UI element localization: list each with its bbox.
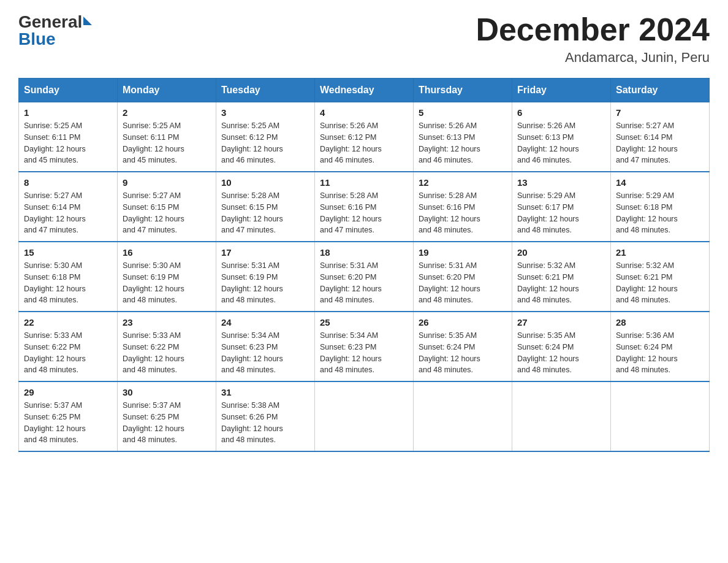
- daylight-label: Daylight: 12 hours: [221, 285, 283, 293]
- daylight-minutes: and 48 minutes.: [221, 296, 276, 304]
- sunrise-label: Sunrise: 5:26 AM: [517, 121, 575, 130]
- daylight-minutes: and 48 minutes.: [616, 366, 670, 374]
- daylight-label: Daylight: 12 hours: [123, 145, 184, 153]
- table-row: 4 Sunrise: 5:26 AM Sunset: 6:12 PM Dayli…: [315, 102, 414, 172]
- daylight-label: Daylight: 12 hours: [616, 215, 678, 223]
- col-thursday: Thursday: [414, 79, 512, 102]
- day-info: Sunrise: 5:25 AM Sunset: 6:11 PM Dayligh…: [123, 120, 211, 166]
- day-number: 26: [419, 317, 507, 327]
- sunrise-label: Sunrise: 5:34 AM: [221, 331, 279, 340]
- day-info: Sunrise: 5:25 AM Sunset: 6:12 PM Dayligh…: [221, 120, 309, 166]
- sunset-label: Sunset: 6:24 PM: [517, 343, 574, 351]
- sunrise-label: Sunrise: 5:26 AM: [419, 121, 477, 130]
- day-number: 3: [221, 107, 309, 118]
- col-sunday: Sunday: [19, 79, 118, 102]
- day-number: 27: [517, 317, 605, 327]
- day-info: Sunrise: 5:35 AM Sunset: 6:24 PM Dayligh…: [419, 330, 507, 376]
- day-number: 5: [419, 107, 507, 118]
- day-number: 15: [24, 247, 112, 258]
- calendar-week-1: 1 Sunrise: 5:25 AM Sunset: 6:11 PM Dayli…: [19, 102, 710, 172]
- daylight-label: Daylight: 12 hours: [320, 354, 382, 363]
- sunset-label: Sunset: 6:21 PM: [517, 273, 574, 282]
- daylight-label: Daylight: 12 hours: [320, 215, 382, 223]
- calendar-body: 1 Sunrise: 5:25 AM Sunset: 6:11 PM Dayli…: [19, 102, 710, 452]
- day-number: 2: [123, 107, 211, 118]
- sunrise-label: Sunrise: 5:36 AM: [616, 331, 674, 340]
- table-row: 5 Sunrise: 5:26 AM Sunset: 6:13 PM Dayli…: [414, 102, 512, 172]
- sunset-label: Sunset: 6:16 PM: [320, 203, 376, 212]
- table-row: 18 Sunrise: 5:31 AM Sunset: 6:20 PM Dayl…: [315, 242, 414, 312]
- daylight-minutes: and 46 minutes.: [320, 156, 374, 164]
- daylight-minutes: and 47 minutes.: [320, 226, 374, 234]
- daylight-minutes: and 46 minutes.: [221, 156, 276, 164]
- day-number: 31: [221, 387, 309, 397]
- sunset-label: Sunset: 6:12 PM: [320, 133, 376, 142]
- daylight-label: Daylight: 12 hours: [123, 215, 184, 223]
- daylight-label: Daylight: 12 hours: [221, 215, 283, 223]
- day-number: 8: [24, 177, 112, 188]
- daylight-label: Daylight: 12 hours: [517, 285, 579, 293]
- day-info: Sunrise: 5:26 AM Sunset: 6:12 PM Dayligh…: [320, 120, 408, 166]
- sunset-label: Sunset: 6:18 PM: [616, 203, 672, 212]
- sunrise-label: Sunrise: 5:38 AM: [221, 401, 279, 410]
- table-row: 28 Sunrise: 5:36 AM Sunset: 6:24 PM Dayl…: [611, 312, 710, 381]
- day-info: Sunrise: 5:31 AM Sunset: 6:20 PM Dayligh…: [419, 260, 507, 306]
- sunrise-label: Sunrise: 5:37 AM: [123, 401, 181, 410]
- sunrise-label: Sunrise: 5:35 AM: [419, 331, 477, 340]
- calendar-week-4: 22 Sunrise: 5:33 AM Sunset: 6:22 PM Dayl…: [19, 312, 710, 381]
- daylight-label: Daylight: 12 hours: [24, 424, 86, 433]
- sunset-label: Sunset: 6:11 PM: [24, 133, 80, 142]
- sunset-label: Sunset: 6:19 PM: [123, 273, 179, 282]
- day-number: 7: [616, 107, 704, 118]
- sunset-label: Sunset: 6:11 PM: [123, 133, 179, 142]
- daylight-minutes: and 45 minutes.: [123, 156, 177, 164]
- sunrise-label: Sunrise: 5:25 AM: [123, 121, 181, 130]
- table-row: 22 Sunrise: 5:33 AM Sunset: 6:22 PM Dayl…: [19, 312, 118, 381]
- day-number: 25: [320, 317, 408, 327]
- col-saturday: Saturday: [611, 79, 710, 102]
- daylight-label: Daylight: 12 hours: [123, 285, 184, 293]
- table-row: 30 Sunrise: 5:37 AM Sunset: 6:25 PM Dayl…: [118, 381, 216, 451]
- daylight-label: Daylight: 12 hours: [616, 285, 678, 293]
- logo: General Blue: [18, 12, 92, 49]
- logo-blue-text: Blue: [18, 29, 56, 49]
- table-row: [512, 381, 611, 451]
- title-area: December 2024 Andamarca, Junin, Peru: [476, 12, 710, 66]
- day-number: 23: [123, 317, 211, 327]
- sunrise-label: Sunrise: 5:31 AM: [419, 261, 477, 270]
- day-info: Sunrise: 5:31 AM Sunset: 6:19 PM Dayligh…: [221, 260, 309, 306]
- sunset-label: Sunset: 6:13 PM: [517, 133, 574, 142]
- daylight-label: Daylight: 12 hours: [517, 354, 579, 363]
- daylight-minutes: and 48 minutes.: [616, 296, 670, 304]
- location-title: Andamarca, Junin, Peru: [476, 50, 710, 66]
- daylight-label: Daylight: 12 hours: [24, 215, 86, 223]
- sunrise-label: Sunrise: 5:30 AM: [24, 261, 82, 270]
- daylight-label: Daylight: 12 hours: [419, 285, 480, 293]
- day-number: 11: [320, 177, 408, 188]
- sunset-label: Sunset: 6:25 PM: [123, 413, 179, 421]
- sunrise-label: Sunrise: 5:32 AM: [616, 261, 674, 270]
- daylight-label: Daylight: 12 hours: [123, 424, 184, 433]
- day-info: Sunrise: 5:28 AM Sunset: 6:16 PM Dayligh…: [419, 190, 507, 236]
- sunrise-label: Sunrise: 5:30 AM: [123, 261, 181, 270]
- day-number: 28: [616, 317, 704, 327]
- sunset-label: Sunset: 6:15 PM: [221, 203, 278, 212]
- sunset-label: Sunset: 6:24 PM: [616, 343, 672, 351]
- day-number: 1: [24, 107, 112, 118]
- daylight-minutes: and 48 minutes.: [517, 226, 572, 234]
- sunset-label: Sunset: 6:22 PM: [24, 343, 80, 351]
- table-row: [414, 381, 512, 451]
- sunrise-label: Sunrise: 5:28 AM: [320, 191, 378, 200]
- day-info: Sunrise: 5:32 AM Sunset: 6:21 PM Dayligh…: [616, 260, 704, 306]
- daylight-label: Daylight: 12 hours: [320, 285, 382, 293]
- daylight-minutes: and 47 minutes.: [24, 226, 78, 234]
- table-row: [611, 381, 710, 451]
- day-number: 16: [123, 247, 211, 258]
- page-header: General Blue December 2024 Andamarca, Ju…: [18, 12, 710, 66]
- sunrise-label: Sunrise: 5:34 AM: [320, 331, 378, 340]
- day-info: Sunrise: 5:28 AM Sunset: 6:15 PM Dayligh…: [221, 190, 309, 236]
- sunrise-label: Sunrise: 5:35 AM: [517, 331, 575, 340]
- sunset-label: Sunset: 6:14 PM: [616, 133, 672, 142]
- table-row: 8 Sunrise: 5:27 AM Sunset: 6:14 PM Dayli…: [19, 172, 118, 242]
- day-number: 13: [517, 177, 605, 188]
